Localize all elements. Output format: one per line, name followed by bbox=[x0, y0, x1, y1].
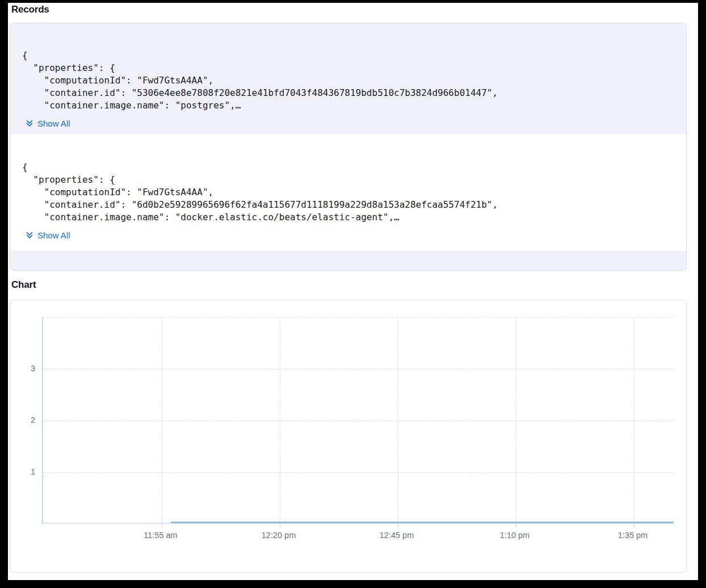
record-item-2: { "properties": { "computationId": "Fwd7… bbox=[10, 134, 686, 251]
gridline-vertical bbox=[280, 317, 280, 523]
record-item-1: { "properties": { "computationId": "Fwd7… bbox=[10, 23, 686, 134]
gridline-horizontal bbox=[43, 369, 674, 369]
page: Records { "properties": { "computationId… bbox=[8, 3, 698, 580]
record-json-line: "container.id": "5306e4ee8e7808f20e821e4… bbox=[22, 87, 675, 99]
chart-plot-area bbox=[42, 317, 674, 524]
y-axis-label: 2 bbox=[10, 415, 35, 425]
record-json-line: "properties": { bbox=[22, 174, 675, 186]
show-all-label: Show All bbox=[37, 230, 70, 240]
show-all-link[interactable]: Show All bbox=[26, 119, 70, 128]
show-all-link[interactable]: Show All bbox=[26, 230, 70, 240]
y-axis-label: 1 bbox=[10, 467, 35, 476]
records-heading: Records bbox=[11, 4, 49, 15]
record-json-line: "computationId": "Fwd7GtsA4AA", bbox=[22, 186, 675, 199]
record-json-line: "computationId": "Fwd7GtsA4AA", bbox=[22, 74, 675, 87]
x-axis-label: 12:20 pm bbox=[253, 531, 304, 540]
x-axis-label: 1:10 pm bbox=[489, 531, 540, 540]
gridline-vertical bbox=[398, 317, 398, 523]
x-tick-mark bbox=[634, 524, 634, 527]
record-json-line: { bbox=[22, 161, 675, 174]
gridline-horizontal bbox=[43, 421, 674, 421]
x-tick-mark bbox=[516, 524, 516, 527]
series-line bbox=[171, 522, 674, 523]
gridline-vertical bbox=[516, 317, 516, 523]
double-chevron-down-icon bbox=[26, 231, 33, 240]
record-json-line: "container.image.name": "postgres",… bbox=[22, 99, 675, 112]
record-json-line: "properties": { bbox=[22, 62, 675, 74]
gridline-vertical bbox=[634, 317, 634, 523]
record-json-line: { bbox=[22, 49, 675, 62]
records-card: { "properties": { "computationId": "Fwd7… bbox=[10, 23, 687, 271]
x-tick-mark bbox=[398, 524, 398, 527]
gridline-vertical bbox=[162, 317, 162, 523]
gridline-horizontal bbox=[43, 317, 674, 318]
record-json-line: "container.image.name": "docker.elastic.… bbox=[22, 211, 675, 224]
chart-card: 3 2 1 11:55 am 12:20 pm 12:45 pm 1:10 pm… bbox=[10, 300, 687, 573]
record-item-partial bbox=[10, 251, 686, 271]
show-all-label: Show All bbox=[37, 119, 70, 128]
x-axis-label: 1:35 pm bbox=[607, 531, 658, 540]
gridline-horizontal bbox=[43, 472, 674, 473]
x-axis-label: 11:55 am bbox=[135, 531, 186, 540]
y-axis-label: 3 bbox=[10, 364, 35, 373]
double-chevron-down-icon bbox=[26, 119, 33, 128]
record-json-line: "container.id": "6d0b2e59289965696f62fa4… bbox=[22, 199, 675, 211]
x-axis-label: 12:45 pm bbox=[371, 531, 422, 540]
chart-heading: Chart bbox=[11, 279, 36, 291]
x-tick-mark bbox=[162, 524, 162, 527]
x-tick-mark bbox=[280, 524, 280, 527]
